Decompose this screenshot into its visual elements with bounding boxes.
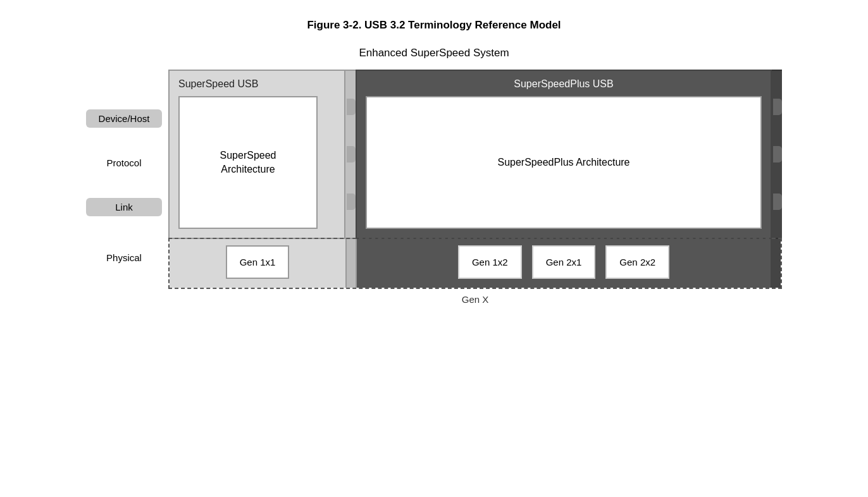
ssp-conn-pill-2 xyxy=(773,146,782,163)
link-pill: Link xyxy=(86,198,162,216)
superspeed-usb-box: SuperSpeed USB SuperSpeedArchitecture xyxy=(168,70,345,239)
gen1x2-box: Gen 1x2 xyxy=(458,245,522,279)
left-labels: Device/Host Protocol Link Physical xyxy=(86,96,162,286)
gen1x1-box: Gen 1x1 xyxy=(226,245,290,279)
gen-connector-strip xyxy=(347,239,357,288)
ssp-conn-pill-3 xyxy=(773,193,782,210)
superspeed-title: SuperSpeed USB xyxy=(178,78,258,90)
superspeedplus-arch-box: SuperSpeedPlus Architecture xyxy=(366,96,762,229)
gen-ssp-section: Gen 1x2 Gen 2x1 Gen 2x2 xyxy=(357,239,771,288)
physical-pill: Physical xyxy=(86,248,162,267)
top-boxes-row: SuperSpeed USB SuperSpeedArchitecture Su… xyxy=(168,70,782,239)
gen-ssp-right-connector xyxy=(771,239,781,288)
enhanced-superspeed-label: Enhanced SuperSpeed System xyxy=(359,47,509,59)
gen1x1-section: Gen 1x1 xyxy=(170,239,347,288)
genx-label: Gen X xyxy=(168,289,782,305)
boxes-area: SuperSpeed USB SuperSpeedArchitecture Su… xyxy=(168,70,782,305)
physical-label-row: Physical xyxy=(86,229,162,286)
gen2x1-box: Gen 2x1 xyxy=(532,245,596,279)
genx-container: Gen 1x1 Gen 1x2 Gen 2x1 Gen 2x2 Gen X xyxy=(168,238,782,305)
protocol-label-row: Protocol xyxy=(86,140,162,185)
page: Figure 3-2. USB 3.2 Terminology Referenc… xyxy=(0,0,868,497)
ssp-right-connectors xyxy=(772,70,782,239)
gen2x2-box: Gen 2x2 xyxy=(605,245,669,279)
figure-title: Figure 3-2. USB 3.2 Terminology Referenc… xyxy=(307,19,561,32)
ss-ssp-connector xyxy=(345,70,356,239)
superspeedplus-usb-box: SuperSpeedPlus USB SuperSpeedPlus Archit… xyxy=(356,70,772,239)
main-diagram: Device/Host Protocol Link Physical Super… xyxy=(86,70,782,305)
device-host-label-row: Device/Host xyxy=(86,96,162,140)
genx-dashed-outline: Gen 1x1 Gen 1x2 Gen 2x1 Gen 2x2 xyxy=(168,238,782,289)
device-host-pill: Device/Host xyxy=(86,109,162,128)
connector-pill-2 xyxy=(347,146,356,163)
connector-pill-1 xyxy=(347,99,356,115)
superspeedplus-title: SuperSpeedPlus USB xyxy=(366,78,762,90)
protocol-pill: Protocol xyxy=(86,154,162,172)
superspeed-arch-label: SuperSpeedArchitecture xyxy=(220,149,276,177)
link-label-row: Link xyxy=(86,185,162,229)
superspeed-arch-box: SuperSpeedArchitecture xyxy=(178,96,318,229)
ssp-conn-pill-1 xyxy=(773,99,782,115)
connector-pill-3 xyxy=(347,193,356,210)
superspeedplus-arch-label: SuperSpeedPlus Architecture xyxy=(497,157,629,168)
